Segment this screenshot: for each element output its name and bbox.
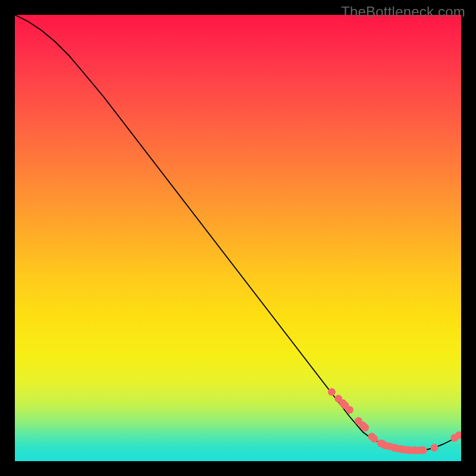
chart-area <box>15 15 461 461</box>
watermark-text: TheBottleneck.com <box>341 4 465 20</box>
plot-canvas <box>15 15 461 461</box>
